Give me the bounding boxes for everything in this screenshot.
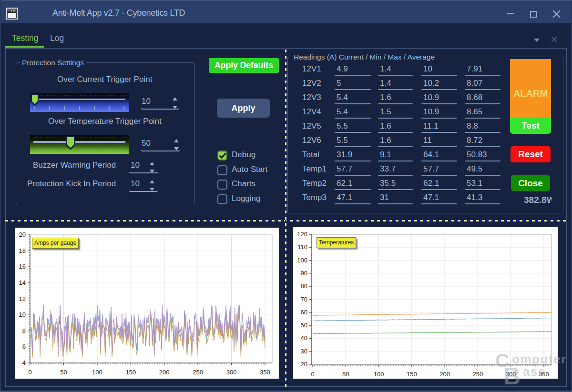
svg-text:60: 60 [301, 309, 307, 316]
svg-text:50: 50 [60, 369, 67, 376]
svg-text:110: 110 [297, 243, 307, 251]
svg-text:12: 12 [19, 295, 26, 302]
svg-text:120: 120 [297, 231, 307, 238]
svg-text:250: 250 [193, 369, 203, 376]
svg-text:100: 100 [297, 257, 307, 264]
svg-text:10: 10 [19, 311, 26, 318]
svg-text:100: 100 [92, 369, 102, 376]
svg-text:150: 150 [407, 371, 417, 378]
svg-text:50: 50 [301, 322, 307, 329]
svg-text:0: 0 [28, 369, 31, 376]
svg-text:4: 4 [22, 359, 26, 366]
svg-text:50: 50 [342, 371, 349, 378]
svg-text:350: 350 [260, 369, 270, 376]
svg-text:0: 0 [311, 371, 314, 378]
svg-text:200: 200 [439, 371, 450, 378]
svg-text:70: 70 [301, 296, 307, 303]
svg-text:40: 40 [301, 334, 307, 342]
svg-text:16: 16 [19, 263, 26, 270]
svg-text:80: 80 [301, 282, 307, 290]
svg-text:14: 14 [19, 279, 26, 286]
svg-text:150: 150 [125, 369, 136, 376]
svg-text:6: 6 [22, 343, 26, 350]
svg-text:200: 200 [159, 369, 170, 376]
svg-text:100: 100 [374, 371, 384, 378]
svg-text:90: 90 [301, 270, 307, 277]
svg-text:18: 18 [19, 247, 26, 254]
svg-text:250: 250 [473, 371, 483, 378]
svg-text:20: 20 [19, 231, 26, 238]
svg-text:300: 300 [226, 369, 237, 376]
svg-text:8: 8 [22, 327, 26, 334]
svg-text:20: 20 [301, 361, 307, 368]
svg-text:30: 30 [301, 348, 307, 355]
